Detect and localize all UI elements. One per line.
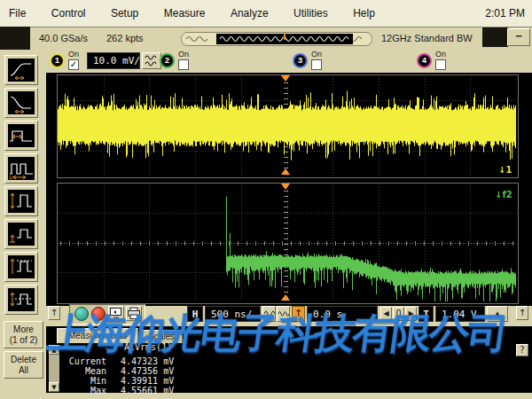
coupling-waves-icon: [143, 53, 160, 68]
narrow-wave-icon: [278, 307, 289, 321]
measure-plus-width-button[interactable]: [4, 121, 38, 151]
menu-control[interactable]: Control: [51, 0, 86, 20]
pan-left-button[interactable]: ◀: [380, 307, 392, 321]
measurement-row: Mean4.47356 mV: [46, 366, 174, 376]
measure-base-button[interactable]: [4, 219, 38, 249]
grid-panel-top[interactable]: [57, 74, 519, 178]
screen-icon: [109, 307, 123, 320]
menu-analyze[interactable]: Analyze: [231, 0, 269, 20]
measurement-label: Max: [46, 386, 106, 395]
trigger-position-button[interactable]: ↑: [292, 306, 305, 322]
measure-average-button[interactable]: [4, 285, 38, 315]
measure-rise-time-button[interactable]: [4, 55, 38, 85]
channel-2-on-label: On: [178, 50, 189, 59]
zoom-in-wave-button[interactable]: [277, 306, 290, 322]
top-icon: [8, 255, 35, 278]
tab-scales[interactable]: Scales: [140, 330, 183, 343]
trigger-button[interactable]: T: [419, 306, 434, 322]
memory-depth-readout: 262 kpts: [106, 33, 144, 43]
print-button[interactable]: [126, 306, 142, 321]
clear-display-button[interactable]: [108, 306, 124, 321]
printer-icon: [127, 307, 141, 320]
delete-button-line2: All: [4, 365, 43, 376]
measurements-panel: Measurements Scales ? ▲ ▼ ACVrms(1) Curr…: [46, 326, 532, 393]
oscilloscope-application: File Control Setup Measure Analyze Utili…: [0, 0, 532, 399]
channel-1-scale-display[interactable]: 10.0 mV/: [87, 52, 140, 69]
timebase-display[interactable]: 500 ns/: [205, 306, 261, 322]
trigger-marker-icon[interactable]: [281, 184, 290, 190]
channel-1-button[interactable]: 1: [50, 53, 65, 68]
trigger-marker-bottom-icon[interactable]: [281, 294, 290, 301]
measure-top-button[interactable]: [4, 252, 38, 282]
channel-4-on-checkbox[interactable]: [435, 59, 446, 70]
measure-amplitude-button[interactable]: [4, 186, 38, 216]
function-2-waveform: [58, 184, 516, 301]
delay-display[interactable]: 0.0 s: [307, 306, 378, 322]
frame-corner: [0, 27, 30, 50]
horizontal-button[interactable]: H: [187, 306, 203, 322]
more-button-line2: (1 of 2): [4, 335, 43, 346]
trigger-marker-top-icon[interactable]: [281, 75, 290, 82]
zoom-out-wave-button[interactable]: [262, 306, 276, 322]
channel-4-on-label: On: [435, 50, 446, 59]
frequency-icon: 1/: [8, 157, 35, 180]
zero-delay-button[interactable]: 0: [393, 307, 404, 321]
average-icon: [8, 288, 35, 311]
measurement-row: Current4.47323 mV: [46, 356, 174, 366]
measurement-value: 4.47323 mV: [121, 356, 174, 366]
measurement-label: Min: [46, 376, 106, 386]
function-2-ground-marker[interactable]: ↓f2: [495, 190, 512, 200]
measure-frequency-button[interactable]: 1/: [4, 153, 38, 184]
menu-bar: File Control Setup Measure Analyze Utili…: [0, 0, 532, 27]
channel-3-button[interactable]: 3: [293, 53, 308, 68]
grid-panel-bottom[interactable]: [57, 183, 519, 304]
more-button-line1: More: [4, 325, 43, 335]
channel-1-on-checkbox[interactable]: ✓: [68, 59, 79, 70]
fall-time-icon: [8, 91, 35, 114]
trigger-level-display[interactable]: 1.04 V: [435, 306, 485, 322]
run-button[interactable]: [74, 307, 89, 321]
channel-3-on-label: On: [311, 50, 322, 59]
minimize-button[interactable]: −: [507, 28, 530, 46]
channel-1-ground-marker[interactable]: ↓1: [498, 165, 512, 175]
plus-width-icon: [8, 124, 35, 147]
memory-bar-graphic: [181, 32, 372, 46]
measure-fall-time-button[interactable]: [4, 88, 38, 118]
measurement-value: 4.39911 mV: [121, 376, 174, 386]
menu-file[interactable]: File: [9, 0, 26, 20]
channel-2-button[interactable]: 2: [160, 53, 175, 68]
svg-text:1/: 1/: [9, 175, 13, 180]
delete-all-button[interactable]: Delete All: [4, 351, 43, 379]
clock: 2:01 PM: [485, 7, 525, 20]
wide-wave-icon: [263, 307, 275, 321]
menu-setup[interactable]: Setup: [111, 0, 138, 20]
stop-button[interactable]: [91, 307, 106, 321]
tab-measurements[interactable]: Measurements: [57, 328, 138, 343]
channel-1-on-label: On: [68, 50, 79, 59]
bandwidth-readout: 12GHz Standard BW: [381, 33, 473, 43]
channel-4-button[interactable]: 4: [417, 53, 432, 68]
menu-utilities[interactable]: Utilities: [293, 0, 328, 20]
sample-rate-readout: 40.0 GSa/s: [39, 33, 88, 43]
measurement-label: Mean: [46, 366, 106, 376]
frame-notch: [482, 27, 508, 47]
amplitude-icon: [8, 190, 35, 213]
channel-1-waveform: [58, 75, 516, 176]
marker-up-left-button[interactable]: ↑: [48, 306, 60, 320]
measurement-value: 4.47356 mV: [121, 366, 174, 376]
channel-2-on-checkbox[interactable]: [178, 59, 189, 70]
more-measurements-button[interactable]: More (1 of 2): [4, 321, 43, 348]
delete-button-line1: Delete: [4, 355, 43, 365]
trigger-marker-icon[interactable]: [281, 168, 290, 175]
channel-1-coupling-button[interactable]: [142, 52, 161, 69]
pan-right-button[interactable]: ▶: [405, 307, 417, 321]
channel-3-on-checkbox[interactable]: [311, 59, 322, 70]
trigger-level-up-button[interactable]: ▲: [487, 306, 508, 322]
rise-time-icon: [8, 59, 35, 82]
memory-bar[interactable]: [181, 32, 372, 46]
menu-help[interactable]: Help: [353, 0, 375, 20]
menu-measure[interactable]: Measure: [164, 0, 206, 20]
scroll-up-button[interactable]: ▲: [49, 345, 59, 355]
marker-up-right-button[interactable]: ↑: [516, 306, 528, 320]
help-button[interactable]: ?: [516, 344, 528, 356]
